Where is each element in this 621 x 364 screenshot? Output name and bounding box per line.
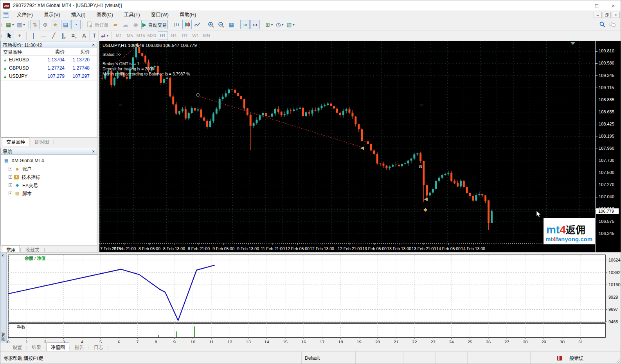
- menu-item-2[interactable]: 显示(V): [38, 11, 66, 19]
- new-chart-icon: ▦: [6, 22, 11, 27]
- strategy-tester-button[interactable]: ◔: [71, 20, 81, 29]
- timeframe-m1-button[interactable]: M1: [114, 31, 124, 40]
- vertical-line-icon: |: [32, 33, 34, 38]
- ea-status-line: Deposit for trading is = 2000: [103, 66, 154, 71]
- periods-button[interactable]: ◷▾: [275, 20, 284, 29]
- fibonacci-tool[interactable]: ≡F: [69, 31, 79, 40]
- mdi-minimize-button[interactable]: –: [594, 12, 602, 18]
- tester-tab-4[interactable]: 报告: [70, 342, 88, 351]
- arrows-tool[interactable]: ⇄▾: [100, 31, 110, 40]
- market-watch-close-icon[interactable]: ×: [92, 42, 95, 47]
- market-watch-row-usdjpy[interactable]: ▲USDJPY107.279107.297: [1, 72, 97, 81]
- zoom-in-button[interactable]: [206, 20, 216, 29]
- line-chart-button[interactable]: [193, 20, 202, 29]
- menu-item-3[interactable]: 插入(I): [66, 11, 91, 19]
- dropdown-arrow-icon[interactable]: ▾: [282, 23, 283, 27]
- sounds-button[interactable]: ◉: [131, 20, 140, 29]
- expand-icon[interactable]: +: [9, 183, 12, 187]
- maximize-button[interactable]: □: [589, 0, 605, 11]
- candlestick-chart-button[interactable]: [182, 20, 192, 29]
- mdi-close-button[interactable]: ×: [612, 12, 620, 18]
- tester-tab-2[interactable]: 结果: [27, 342, 45, 351]
- navigator-item-1[interactable]: +☻账户: [1, 165, 97, 173]
- navigator-close-icon[interactable]: ×: [92, 149, 95, 154]
- equidistant-channel-tool[interactable]: ∥E: [59, 31, 68, 40]
- equity-x-axis-label: 8: [155, 340, 157, 343]
- tester-tab-5[interactable]: 日志: [90, 342, 108, 351]
- navigator-item-4[interactable]: +▤脚本: [1, 189, 97, 197]
- timeframe-m30-button[interactable]: M30: [147, 31, 157, 40]
- navigator-item-2[interactable]: +f技术指标: [1, 173, 97, 181]
- bars-icon: [173, 21, 180, 28]
- timeframe-d1-button[interactable]: D1: [180, 31, 190, 40]
- autotrading-button[interactable]: ▶自动交易: [141, 20, 168, 29]
- horizontal-line-tool[interactable]: —: [39, 31, 48, 40]
- navigator-item-3[interactable]: +◆EA交易: [1, 181, 97, 189]
- timeframe-w1-button[interactable]: W1: [191, 31, 201, 40]
- tester-tab-1[interactable]: 设置: [8, 342, 26, 351]
- dropdown-arrow-icon[interactable]: ▾: [12, 23, 14, 27]
- trendline-tool[interactable]: ╱: [49, 31, 58, 40]
- bar-chart-button[interactable]: [172, 20, 182, 29]
- market-watch-header: 市场报价: 11:30:42 ×: [0, 41, 97, 48]
- chart-window[interactable]: USDJPY,H1 106.549 106.806 106.547 106.77…: [99, 41, 621, 252]
- expand-icon[interactable]: +: [9, 175, 12, 179]
- mdi-restore-button[interactable]: [603, 12, 611, 18]
- tester-tab-3[interactable]: 净值图: [47, 342, 69, 351]
- market-watch-row-eurusd[interactable]: ▲EURUSD1.137041.13720: [1, 56, 97, 64]
- minimize-button[interactable]: –: [572, 0, 589, 11]
- indicators-button[interactable]: ⊞▾: [264, 20, 274, 29]
- equity-x-axis-label: 28: [523, 340, 527, 343]
- equity-x-axis-label: 24: [449, 340, 454, 343]
- new-order-button[interactable]: 新订单: [85, 20, 110, 29]
- chart-shift-icon: ↦: [253, 22, 257, 27]
- auto-scroll-button[interactable]: ⇥: [240, 20, 250, 29]
- tile-windows-button[interactable]: ▦: [227, 20, 236, 29]
- search-button[interactable]: [598, 20, 607, 29]
- menu-items: 文件(F)显示(V)插入(I)图表(C)工具(T)窗口(W)帮助(H): [11, 11, 202, 19]
- market-watch-table: 交易品种卖价买价▲EURUSD1.137041.13720▲GBPUSD1.27…: [0, 48, 97, 138]
- cursor-tool[interactable]: [5, 31, 14, 40]
- tester-close-icon[interactable]: ×: [2, 253, 4, 258]
- menu-item-4[interactable]: 图表(C): [91, 11, 118, 19]
- vertical-line-tool[interactable]: |: [29, 31, 38, 40]
- close-button[interactable]: ×: [605, 0, 621, 11]
- new-chart-button[interactable]: ▦▾: [5, 20, 15, 29]
- dropdown-arrow-icon[interactable]: ▾: [107, 34, 108, 38]
- zoom-out-button[interactable]: [216, 20, 226, 29]
- menu-item-5[interactable]: 工具(T): [119, 11, 146, 19]
- timeframe-h1-button[interactable]: H1: [158, 31, 168, 40]
- chart-shift-button[interactable]: ↦: [250, 20, 260, 29]
- navigator-root[interactable]: ▦XM Global MT4: [1, 156, 97, 165]
- expand-icon[interactable]: +: [9, 167, 12, 170]
- market-watch-tab-2[interactable]: 即时图: [31, 137, 53, 146]
- timeframe-m5-button[interactable]: M5: [125, 31, 135, 40]
- text-label-tool[interactable]: T: [90, 31, 99, 40]
- timeframe-m15-button[interactable]: M15: [136, 31, 146, 40]
- navigator-button[interactable]: ★: [51, 20, 60, 29]
- templates-button[interactable]: ▧▾: [285, 20, 295, 29]
- chat-button[interactable]: [608, 20, 617, 29]
- timeframe-h4-button[interactable]: H4: [169, 31, 179, 40]
- market-watch-tab-1[interactable]: 交易品种: [2, 137, 29, 146]
- profiles-button[interactable]: ▥▾: [16, 20, 26, 29]
- dropdown-arrow-icon[interactable]: ▾: [293, 23, 295, 27]
- data-window-button[interactable]: ⊕: [41, 20, 50, 29]
- expand-icon[interactable]: +: [9, 192, 12, 195]
- metaeditor-button[interactable]: ▰: [111, 20, 120, 29]
- market-watch-button[interactable]: ⇅: [31, 20, 40, 29]
- menu-item-6[interactable]: 窗口(W): [146, 11, 174, 19]
- terminal-button[interactable]: ▤: [61, 20, 70, 29]
- dropdown-arrow-icon[interactable]: ▾: [271, 23, 273, 27]
- timeframe-mn-button[interactable]: MN: [202, 31, 212, 40]
- crosshair-tool[interactable]: +: [15, 31, 24, 40]
- menu-item-7[interactable]: 帮助(H): [174, 11, 202, 19]
- menu-item-1[interactable]: 文件(F): [11, 11, 38, 19]
- status-profile[interactable]: Default: [302, 351, 356, 364]
- candlestick-chart[interactable]: USDJPY,H1 106.549 106.806 106.547 106.77…: [99, 41, 595, 252]
- mql5-community-button[interactable]: ☁: [121, 20, 130, 29]
- ohlc-readout: USDJPY,H1 106.549 106.806 106.547 106.77…: [103, 43, 197, 48]
- text-tool[interactable]: A: [79, 31, 89, 40]
- market-watch-row-gbpusd[interactable]: ▲GBPUSD1.277241.27748: [1, 64, 97, 72]
- dropdown-arrow-icon[interactable]: ▾: [23, 23, 25, 27]
